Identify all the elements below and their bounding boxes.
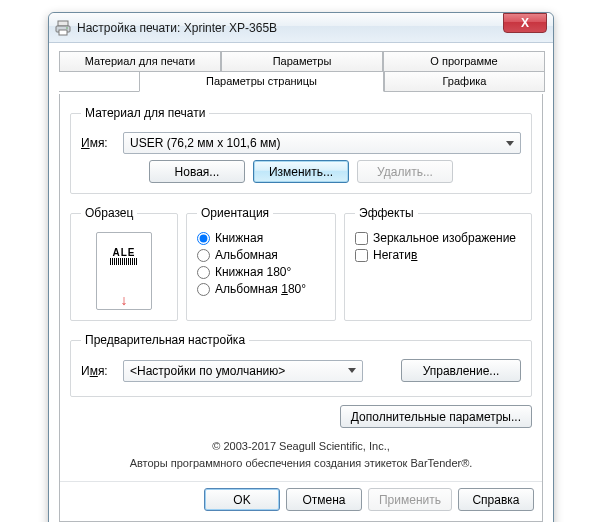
group-orientation-legend: Ориентация — [197, 206, 273, 220]
titlebar: Настройка печати: Xprinter XP-365B X — [49, 13, 553, 43]
effect-mirror[interactable]: Зеркальное изображение — [355, 231, 521, 245]
stock-name-value: USER (76,2 мм x 101,6 мм) — [130, 136, 280, 150]
group-sample-legend: Образец — [81, 206, 137, 220]
orientation-landscape[interactable]: Альбомная — [197, 248, 325, 262]
advanced-options-button[interactable]: Дополнительные параметры... — [340, 405, 532, 428]
help-button[interactable]: Справка — [458, 488, 534, 511]
group-effects-legend: Эффекты — [355, 206, 418, 220]
sample-text: ALE — [113, 247, 136, 258]
window-title: Настройка печати: Xprinter XP-365B — [77, 21, 277, 35]
edit-stock-button[interactable]: Изменить... — [253, 160, 349, 183]
dialog-button-row: OK Отмена Применить Справка — [60, 481, 542, 511]
svg-rect-2 — [59, 30, 67, 35]
group-preset-legend: Предварительная настройка — [81, 333, 249, 347]
tab-options[interactable]: Параметры — [221, 51, 383, 72]
new-stock-button[interactable]: Новая... — [149, 160, 245, 183]
group-preset: Предварительная настройка Имя: <Настройк… — [70, 333, 532, 397]
close-icon: X — [521, 16, 529, 30]
tab-graphics[interactable]: Графика — [384, 71, 545, 92]
preset-name-combo[interactable]: <Настройки по умолчанию> — [123, 360, 363, 382]
orientation-portrait-180[interactable]: Книжная 180° — [197, 265, 325, 279]
group-orientation: Ориентация Книжная Альбомная Книжная 180… — [186, 206, 336, 321]
tab-stock[interactable]: Материал для печати — [59, 51, 221, 72]
group-stock: Материал для печати Имя: USER (76,2 мм x… — [70, 106, 532, 194]
close-button[interactable]: X — [503, 13, 547, 33]
manage-presets-button[interactable]: Управление... — [401, 359, 521, 382]
printer-icon — [55, 20, 71, 36]
footer-copyright: © 2003-2017 Seagull Scientific, Inc., Ав… — [70, 428, 532, 475]
chevron-down-icon — [348, 368, 356, 373]
feed-direction-arrow-icon: ↓ — [121, 293, 128, 307]
tab-page-setup-content: Материал для печати Имя: USER (76,2 мм x… — [59, 94, 543, 522]
svg-point-3 — [66, 27, 68, 29]
preset-name-label: Имя: — [81, 364, 117, 378]
client-area: Материал для печати Параметры О программ… — [49, 43, 553, 522]
orientation-portrait[interactable]: Книжная — [197, 231, 325, 245]
group-effects: Эффекты Зеркальное изображение Негатив — [344, 206, 532, 321]
group-sample: Образец ALE ↓ — [70, 206, 178, 321]
tab-page-setup[interactable]: Параметры страницы — [139, 71, 384, 92]
preset-name-value: <Настройки по умолчанию> — [130, 364, 285, 378]
group-stock-legend: Материал для печати — [81, 106, 209, 120]
effect-negative[interactable]: Негатив — [355, 248, 521, 262]
sample-barcode-icon — [110, 258, 138, 265]
stock-name-label: Имя: — [81, 136, 117, 150]
delete-stock-button: Удалить... — [357, 160, 453, 183]
chevron-down-icon — [506, 141, 514, 146]
sample-preview: ALE ↓ — [96, 232, 152, 310]
stock-name-combo[interactable]: USER (76,2 мм x 101,6 мм) — [123, 132, 521, 154]
orientation-landscape-180[interactable]: Альбомная 180° — [197, 282, 325, 296]
tabstrip: Материал для печати Параметры О программ… — [59, 51, 543, 93]
tab-about[interactable]: О программе — [383, 51, 545, 72]
svg-rect-0 — [58, 21, 68, 26]
print-setup-dialog: Настройка печати: Xprinter XP-365B X Мат… — [48, 12, 554, 522]
cancel-button[interactable]: Отмена — [286, 488, 362, 511]
apply-button: Применить — [368, 488, 452, 511]
ok-button[interactable]: OK — [204, 488, 280, 511]
